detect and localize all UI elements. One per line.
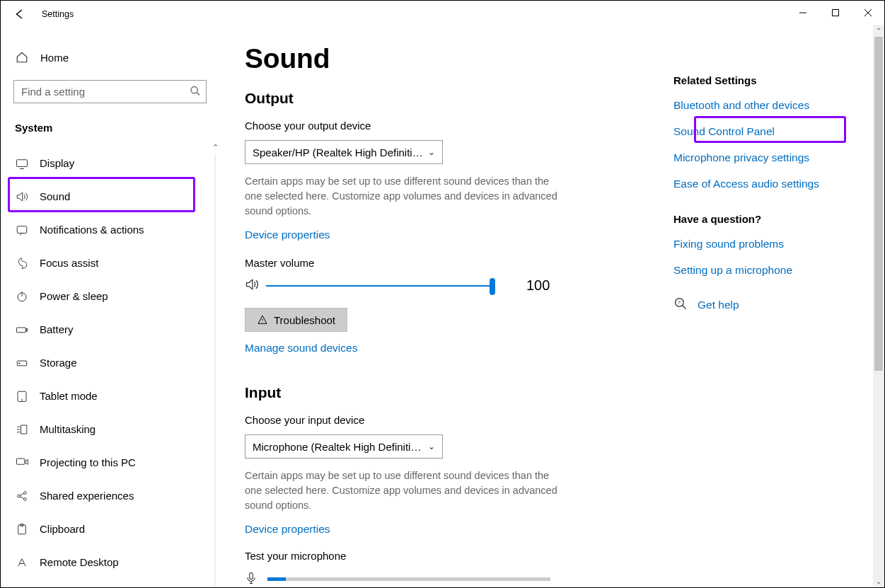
sidebar-item-storage[interactable]: Storage	[1, 346, 219, 379]
sound-icon	[15, 190, 29, 203]
ease-access-link[interactable]: Ease of Access audio settings	[673, 178, 884, 190]
display-icon	[15, 157, 29, 170]
troubleshoot-button[interactable]: Troubleshoot	[245, 308, 347, 332]
manage-devices-link[interactable]: Manage sound devices	[245, 342, 357, 354]
choose-input-label: Choose your input device	[245, 414, 658, 426]
storage-icon	[15, 357, 29, 369]
sidebar-item-label: Projecting to this PC	[40, 456, 136, 468]
sidebar-item-projecting[interactable]: Projecting to this PC	[1, 446, 219, 479]
svg-text:?: ?	[678, 299, 681, 306]
sidebar-item-label: Power & sleep	[40, 290, 108, 302]
fixing-sound-link[interactable]: Fixing sound problems	[673, 238, 884, 250]
focus-icon	[15, 257, 29, 270]
help-icon: ?	[673, 296, 688, 313]
related-settings-heading: Related Settings	[673, 74, 884, 86]
sidebar-item-label: Multitasking	[40, 423, 96, 435]
svg-rect-11	[17, 459, 25, 464]
volume-value: 100	[526, 277, 550, 294]
output-device-props-link[interactable]: Device properties	[245, 229, 330, 241]
sidebar-scrollbar[interactable]: ⌃⌄	[211, 145, 219, 588]
input-device-select[interactable]: Microphone (Realtek High Definiti… ⌄	[245, 434, 443, 459]
input-info: Certain apps may be set up to use differ…	[245, 468, 563, 513]
sidebar-item-label: Storage	[40, 357, 77, 369]
sidebar-item-label: Sound	[40, 190, 70, 202]
sidebar-item-tablet[interactable]: Tablet mode	[1, 379, 219, 413]
shared-icon	[15, 490, 29, 502]
svg-point-13	[24, 491, 27, 494]
sidebar-item-sound[interactable]: Sound	[1, 180, 219, 213]
page-title: Sound	[245, 43, 658, 74]
mic-setup-link[interactable]: Setting up a microphone	[673, 264, 884, 277]
output-device-select[interactable]: Speaker/HP (Realtek High Definiti… ⌄	[245, 140, 443, 164]
volume-slider[interactable]	[266, 285, 492, 287]
speaker-icon[interactable]	[245, 277, 259, 294]
mic-privacy-link[interactable]: Microphone privacy settings	[673, 151, 884, 164]
sidebar-item-label: Remote Desktop	[40, 556, 119, 568]
window-title: Settings	[42, 9, 74, 19]
tablet-icon	[15, 390, 29, 403]
group-heading: System	[1, 116, 219, 146]
svg-rect-0	[833, 10, 839, 16]
svg-rect-6	[26, 328, 28, 331]
multitasking-icon	[15, 423, 29, 436]
svg-rect-3	[17, 226, 27, 233]
chevron-down-icon: ⌄	[428, 442, 435, 451]
power-icon	[15, 290, 29, 303]
choose-output-label: Choose your output device	[245, 120, 658, 132]
svg-rect-5	[17, 328, 26, 333]
microphone-icon	[245, 570, 258, 587]
home-icon	[15, 51, 29, 64]
sidebar-item-shared[interactable]: Shared experiences	[1, 479, 219, 512]
troubleshoot-label: Troubleshoot	[274, 314, 335, 326]
content-scrollbar[interactable]: ⌃ ⌄	[873, 25, 884, 587]
projecting-icon	[15, 456, 29, 469]
test-mic-label: Test your microphone	[245, 550, 658, 562]
battery-icon	[15, 323, 29, 336]
sound-control-panel-link[interactable]: Sound Control Panel	[673, 125, 884, 138]
remote-icon	[15, 556, 29, 569]
sidebar-item-label: Clipboard	[40, 523, 85, 535]
back-icon[interactable]	[13, 8, 26, 21]
chevron-down-icon: ⌄	[428, 147, 435, 157]
output-info: Certain apps may be set up to use differ…	[245, 174, 563, 219]
sidebar-item-notifications[interactable]: Notifications & actions	[1, 213, 219, 246]
home-label: Home	[40, 52, 69, 64]
maximize-button[interactable]	[819, 2, 852, 23]
notifications-icon	[15, 224, 29, 236]
svg-point-14	[24, 497, 27, 500]
svg-rect-2	[17, 159, 28, 166]
output-device-value: Speaker/HP (Realtek High Definiti…	[253, 146, 423, 158]
sidebar-item-power[interactable]: Power & sleep	[1, 279, 219, 313]
home-nav[interactable]: Home	[1, 45, 219, 70]
sidebar-item-label: Tablet mode	[40, 390, 98, 402]
input-heading: Input	[245, 384, 658, 401]
search-input[interactable]	[13, 80, 207, 103]
svg-point-12	[18, 495, 21, 497]
sidebar-item-focus[interactable]: Focus assist	[1, 246, 219, 279]
get-help-link[interactable]: Get help	[698, 299, 739, 311]
sidebar-item-remote[interactable]: Remote Desktop	[1, 546, 219, 579]
clipboard-icon	[15, 523, 29, 536]
output-heading: Output	[245, 90, 658, 107]
svg-point-8	[19, 362, 21, 364]
input-device-props-link[interactable]: Device properties	[245, 523, 330, 536]
question-heading: Have a question?	[673, 213, 884, 225]
mic-level-meter	[267, 577, 550, 581]
sidebar-item-battery[interactable]: Battery	[1, 313, 219, 346]
bluetooth-link[interactable]: Bluetooth and other devices	[673, 99, 884, 112]
svg-point-10	[21, 399, 22, 400]
sidebar-item-label: Shared experiences	[40, 490, 134, 502]
svg-rect-17	[250, 573, 253, 580]
sidebar-item-clipboard[interactable]: Clipboard	[1, 512, 219, 546]
minimize-button[interactable]	[787, 2, 819, 23]
close-button[interactable]	[852, 2, 884, 23]
input-device-value: Microphone (Realtek High Definiti…	[253, 441, 421, 453]
sidebar-item-display[interactable]: Display	[1, 146, 219, 180]
sidebar-item-multitasking[interactable]: Multitasking	[1, 413, 219, 446]
sidebar-item-label: Focus assist	[40, 257, 98, 269]
master-volume-label: Master volume	[245, 257, 658, 269]
sidebar-item-label: Battery	[40, 323, 74, 335]
sidebar-item-label: Notifications & actions	[40, 224, 144, 236]
sidebar-item-label: Display	[40, 157, 74, 169]
